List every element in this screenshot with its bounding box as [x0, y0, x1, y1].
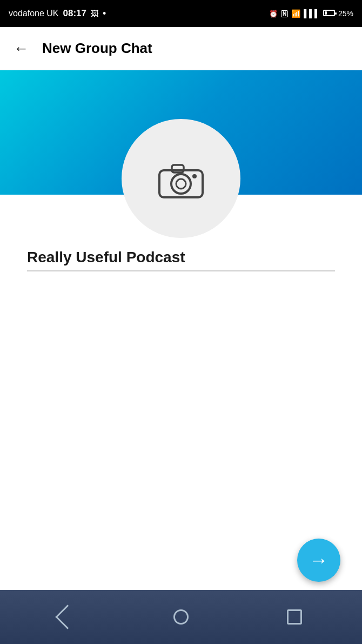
svg-point-4 [192, 174, 197, 178]
back-chevron-icon [55, 605, 79, 629]
carrier-label: vodafone UK [9, 9, 59, 18]
system-back-button[interactable] [51, 601, 84, 633]
signal-icon: ▌▌▌ [304, 9, 320, 18]
photo-icon: 🖼 [91, 9, 98, 18]
page-title: New Group Chat [42, 40, 152, 57]
battery-percent: 25% [338, 9, 353, 18]
group-name-section [0, 249, 362, 271]
camera-icon [157, 158, 205, 199]
camera-avatar-button[interactable] [122, 119, 240, 238]
battery-icon [323, 9, 335, 18]
bottom-nav [0, 590, 362, 644]
status-bar: vodafone UK 08:17 🖼 • ⏰ N 📶 ▌▌▌ 25% [0, 0, 362, 27]
svg-point-2 [176, 179, 186, 189]
alarm-icon: ⏰ [269, 10, 278, 18]
recents-square-icon [287, 609, 302, 625]
back-arrow-icon: ← [14, 40, 29, 57]
home-circle-icon [173, 609, 189, 625]
back-button[interactable]: ← [11, 37, 31, 60]
next-button[interactable]: → [297, 539, 340, 582]
svg-point-1 [171, 174, 191, 194]
hero-banner [0, 70, 362, 195]
dot-indicator: • [103, 8, 106, 19]
nfc-icon: N [281, 10, 288, 17]
nav-bar: ← New Group Chat [0, 27, 362, 70]
wifi-icon: 📶 [291, 9, 300, 18]
status-left: vodafone UK 08:17 🖼 • [9, 8, 106, 19]
system-recents-button[interactable] [278, 601, 311, 633]
status-time: 08:17 [63, 8, 86, 19]
system-home-button[interactable] [165, 601, 197, 633]
group-name-input[interactable] [27, 249, 335, 271]
status-right: ⏰ N 📶 ▌▌▌ 25% [269, 9, 353, 18]
next-arrow-icon: → [309, 549, 329, 572]
